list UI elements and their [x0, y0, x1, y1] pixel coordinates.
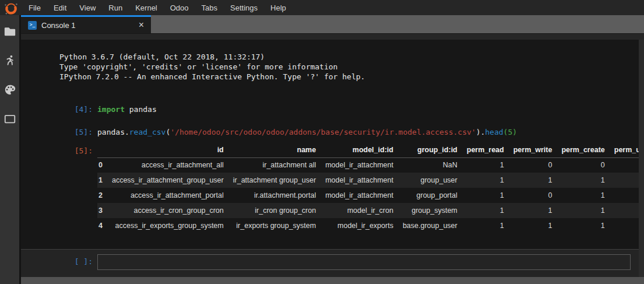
table-cell: model_ir_exports — [316, 218, 393, 233]
column-header: id — [103, 143, 224, 157]
column-header: group_id:id — [393, 143, 458, 157]
dataframe-table: idnamemodel_id:idgroup_id:idperm_readper… — [97, 143, 639, 233]
table-header-row: idnamemodel_id:idgroup_id:idperm_readper… — [97, 143, 639, 157]
dataframe-body: 0access_ir_attachment_allir_attachment a… — [97, 157, 639, 233]
table-cell: group_portal — [393, 188, 458, 203]
table-cell: access_ir_attachment_portal — [103, 188, 224, 203]
banner-line: Python 3.6.7 (default, Oct 22 2018, 11:3… — [59, 52, 639, 62]
console-scroll-area[interactable]: Python 3.6.7 (default, Oct 22 2018, 11:3… — [21, 40, 639, 249]
table-cell: 1 — [458, 188, 504, 203]
table-cell: 0 — [504, 188, 552, 203]
execution-prompt: [4]: — [21, 104, 93, 114]
tab-label: Console 1 — [41, 21, 76, 30]
row-index: 4 — [97, 218, 103, 233]
menu-view[interactable]: View — [73, 3, 102, 12]
odoo-spinner-logo — [3, 1, 19, 15]
column-header: perm_read — [458, 143, 504, 157]
table-cell: access_ir_attachment_group_user — [103, 173, 224, 188]
menu-odoo[interactable]: Odoo — [164, 3, 195, 12]
tab-console-1[interactable]: >_ Console 1 × — [21, 15, 151, 33]
table-cell: model_ir_cron — [316, 203, 393, 218]
table-cell: ir_cron group_cron — [224, 203, 316, 218]
column-header: perm_write — [504, 143, 552, 157]
file-browser-icon[interactable] — [3, 25, 16, 38]
code-line: import pandas — [97, 104, 157, 114]
row-index: 2 — [97, 188, 103, 203]
row-index: 0 — [97, 157, 103, 173]
table-cell: 1 — [458, 203, 504, 218]
table-cell: 1 — [605, 173, 639, 188]
bottom-strip — [21, 277, 644, 284]
console-panel: Python 3.6.7 (default, Oct 22 2018, 11:3… — [21, 40, 644, 277]
running-sessions-icon[interactable] — [3, 54, 16, 67]
table-cell: 1 — [552, 173, 604, 188]
console-code-input[interactable] — [97, 254, 631, 270]
table-cell: access_ir_attachment_all — [103, 157, 224, 173]
table-cell: 0 — [605, 157, 639, 173]
table-cell: 1 — [605, 203, 639, 218]
code-line: pandas.read_csv('/home/odoo/src/odoo/odo… — [97, 127, 517, 137]
table-row: 2access_ir_attachment_portalir.attachmen… — [97, 188, 639, 203]
menu-tabs[interactable]: Tabs — [195, 3, 224, 12]
command-palette-icon[interactable] — [3, 83, 16, 96]
table-cell: access_ir_cron_group_cron — [103, 203, 224, 218]
column-header — [97, 143, 103, 157]
table-row: 3access_ir_cron_group_cronir_cron group_… — [97, 203, 639, 218]
main-panel: >_ Console 1 × Python 3.6.7 (default, Oc… — [21, 15, 644, 284]
table-cell: 1 — [458, 218, 504, 233]
left-activity-bar — [0, 15, 21, 284]
menubar-items: FileEditViewRunKernelOdooTabsSettingsHel… — [22, 3, 293, 12]
table-cell: 1 — [605, 218, 639, 233]
console-cells: [4]:import pandas[5]:pandas.read_csv('/h… — [21, 104, 639, 137]
table-row: 1access_ir_attachment_group_userir_attac… — [97, 173, 639, 188]
menu-run[interactable]: Run — [102, 3, 129, 12]
menu-settings[interactable]: Settings — [224, 3, 264, 12]
console-tab-icon: >_ — [28, 21, 37, 30]
column-header: perm_create — [552, 143, 604, 157]
table-cell: 0 — [605, 188, 639, 203]
menu-kernel[interactable]: Kernel — [129, 3, 164, 12]
open-tabs-icon[interactable] — [3, 113, 16, 125]
column-header: name — [224, 143, 316, 157]
row-index: 3 — [97, 203, 103, 218]
table-cell: NaN — [393, 157, 458, 173]
row-index: 1 — [97, 173, 103, 188]
table-cell: access_ir_exports_group_system — [103, 218, 224, 233]
execution-prompt: [5]: — [21, 127, 93, 137]
menu-file[interactable]: File — [22, 3, 47, 12]
table-cell: group_user — [393, 173, 458, 188]
table-cell: ir_attachment group_user — [224, 173, 316, 188]
console-input-area: [ ]: — [21, 249, 639, 277]
column-header: model_id:id — [316, 143, 393, 157]
console-toolbar — [21, 33, 644, 40]
table-cell: 1 — [552, 203, 604, 218]
table-cell: model_ir_attachment — [316, 157, 393, 173]
input-area-prompt: [ ]: — [21, 254, 93, 266]
table-row: 0access_ir_attachment_allir_attachment a… — [97, 157, 639, 173]
table-cell: 1 — [552, 218, 604, 233]
table-cell: ir.attachment.portal — [224, 188, 316, 203]
table-cell: ir_exports group_system — [224, 218, 316, 233]
menubar: FileEditViewRunKernelOdooTabsSettingsHel… — [0, 0, 644, 15]
console-banner: Python 3.6.7 (default, Oct 22 2018, 11:3… — [59, 52, 639, 82]
menu-edit[interactable]: Edit — [47, 3, 73, 12]
table-cell: 1 — [552, 188, 604, 203]
table-cell: 1 — [458, 157, 504, 173]
table-row: 4access_ir_exports_group_systemir_export… — [97, 218, 639, 233]
code-cell: [5]:pandas.read_csv('/home/odoo/src/odoo… — [21, 127, 639, 137]
table-cell: 0 — [552, 157, 604, 173]
table-cell: 1 — [504, 203, 552, 218]
code-cell: [4]:import pandas — [21, 104, 639, 114]
table-cell: 1 — [458, 173, 504, 188]
output-row: [5]: idnamemodel_id:idgroup_id:idperm_re… — [21, 143, 639, 233]
table-cell: 1 — [504, 173, 552, 188]
tab-close-icon[interactable]: × — [136, 20, 146, 30]
banner-line: IPython 7.2.0 -- An enhanced Interactive… — [59, 72, 639, 82]
tabbar: >_ Console 1 × — [21, 15, 644, 33]
dataframe-header: idnamemodel_id:idgroup_id:idperm_readper… — [97, 143, 639, 157]
table-cell: base.group_user — [393, 218, 458, 233]
menu-help[interactable]: Help — [264, 3, 293, 12]
table-cell: 0 — [504, 157, 552, 173]
table-cell: model_ir_attachment — [316, 188, 393, 203]
table-cell: group_system — [393, 203, 458, 218]
